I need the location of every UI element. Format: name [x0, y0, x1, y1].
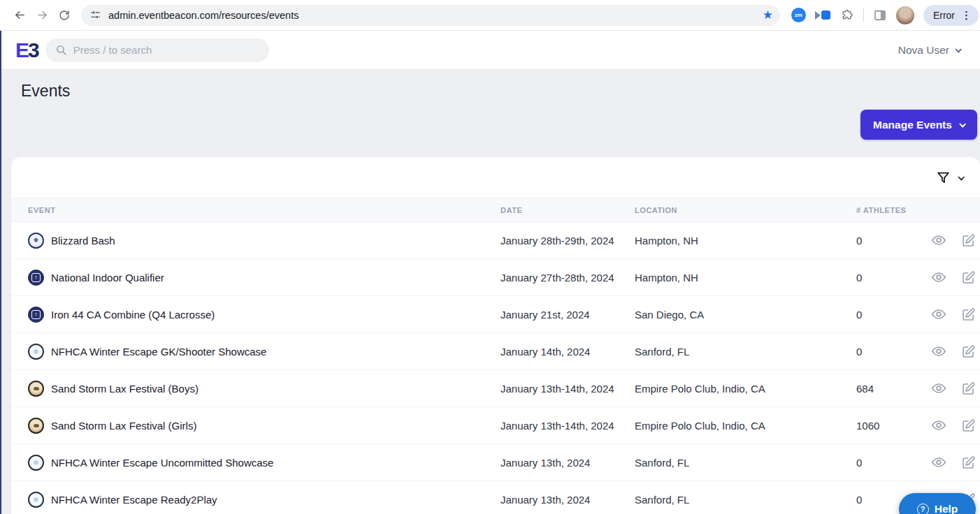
eventbeacon-logo[interactable]: E3	[15, 38, 38, 62]
edit-pencil-icon	[961, 455, 976, 470]
view-event-button[interactable]	[931, 270, 946, 285]
events-page: Events Manage Events EVENT DATE LOCATION…	[0, 70, 980, 514]
event-logo	[28, 381, 44, 397]
event-date: January 13th, 2024	[500, 457, 635, 469]
view-event-button[interactable]	[931, 233, 946, 248]
event-date: January 13th, 2024	[500, 494, 635, 506]
event-location: Empire Polo Club, Indio, CA	[635, 383, 856, 395]
event-date: January 21st, 2024	[500, 309, 635, 321]
arrow-left-icon	[13, 8, 27, 22]
view-event-button[interactable]	[931, 307, 946, 322]
user-menu[interactable]: Nova User	[898, 44, 960, 57]
events-table-body: Blizzard Bash January 28th-29th, 2024 Ha…	[11, 222, 980, 514]
back-button[interactable]	[8, 4, 31, 27]
global-search[interactable]	[45, 38, 269, 62]
chevron-down-icon	[958, 173, 965, 180]
table-row[interactable]: NFHCA Winter Escape Uncommitted Showcase…	[11, 444, 980, 481]
edit-pencil-icon	[961, 233, 976, 248]
reload-button[interactable]	[53, 4, 75, 27]
address-bar[interactable]: admin.eventbeacon.com/resources/events ★	[81, 5, 780, 26]
edit-event-button[interactable]	[960, 233, 976, 248]
event-cell: NFHCA Winter Escape Uncommitted Showcase	[28, 455, 500, 471]
event-date: January 13th-14th, 2024	[500, 383, 635, 395]
edit-pencil-icon	[961, 381, 976, 396]
edit-event-button[interactable]	[960, 455, 976, 470]
side-panel-icon[interactable]	[873, 8, 887, 22]
extensions-puzzle-icon[interactable]	[840, 8, 854, 22]
row-actions	[931, 270, 976, 285]
forward-button[interactable]	[31, 4, 53, 27]
eye-icon	[931, 307, 946, 322]
search-input[interactable]	[73, 44, 259, 56]
eye-icon	[931, 270, 946, 285]
column-header-athletes[interactable]: # ATHLETES	[856, 206, 931, 214]
event-athlete-count: 0	[856, 309, 931, 321]
event-location: Sanford, FL	[635, 457, 856, 469]
table-filter-bar	[11, 157, 980, 198]
edit-event-button[interactable]	[960, 381, 976, 396]
table-row[interactable]: Blizzard Bash January 28th-29th, 2024 Ha…	[11, 222, 980, 259]
event-cell: Blizzard Bash	[28, 233, 500, 249]
row-actions	[931, 233, 976, 248]
event-date: January 28th-29th, 2024	[500, 235, 635, 247]
table-row[interactable]: Iron 44 CA Combine (Q4 Lacrosse) January…	[11, 296, 980, 333]
row-actions	[931, 418, 976, 433]
event-logo	[28, 233, 44, 249]
event-location: Sanford, FL	[635, 346, 856, 358]
browser-menu-kebab-icon[interactable]: ⋮	[961, 9, 972, 22]
event-athlete-count: 0	[856, 272, 931, 284]
arrow-right-icon	[36, 8, 49, 22]
view-event-button[interactable]	[931, 455, 946, 470]
view-event-button[interactable]	[931, 381, 946, 396]
table-row[interactable]: NFHCA Winter Escape Ready2Play January 1…	[11, 481, 980, 514]
help-button[interactable]: ? Help	[899, 493, 976, 514]
event-name: Sand Storm Lax Festival (Boys)	[51, 383, 199, 395]
column-header-location[interactable]: LOCATION	[635, 206, 856, 214]
edit-event-button[interactable]	[960, 270, 976, 285]
url-text[interactable]: admin.eventbeacon.com/resources/events	[108, 10, 763, 21]
row-actions	[931, 381, 976, 396]
edit-event-button[interactable]	[960, 344, 976, 359]
table-row[interactable]: Sand Storm Lax Festival (Boys) January 1…	[11, 370, 980, 407]
event-name: Blizzard Bash	[51, 235, 115, 247]
table-row[interactable]: NFHCA Winter Escape GK/Shooter Showcase …	[11, 333, 980, 370]
app-header: E3 Nova User	[0, 31, 980, 70]
event-logo	[28, 344, 44, 360]
event-date: January 13th-14th, 2024	[500, 420, 635, 432]
screen-recorder-extension-icon[interactable]	[815, 10, 830, 20]
site-settings-icon[interactable]	[89, 9, 101, 21]
event-athlete-count: 684	[856, 383, 931, 395]
edit-pencil-icon	[961, 270, 976, 285]
error-badge-label: Error	[933, 10, 955, 21]
manage-events-button[interactable]: Manage Events	[860, 110, 977, 140]
column-header-date[interactable]: DATE	[500, 206, 635, 214]
toolbar-divider	[863, 8, 864, 22]
view-event-button[interactable]	[931, 418, 946, 433]
event-athlete-count: 0	[856, 346, 931, 358]
table-row[interactable]: National Indoor Qualifier January 27th-2…	[11, 259, 980, 296]
edit-pencil-icon	[961, 344, 976, 359]
event-location: Hampton, NH	[635, 235, 856, 247]
filter-button[interactable]	[936, 170, 963, 185]
edit-event-button[interactable]	[960, 307, 976, 322]
bookmark-star-icon[interactable]: ★	[763, 9, 773, 21]
event-name: National Indoor Qualifier	[51, 272, 164, 284]
event-athlete-count: 1060	[856, 420, 931, 432]
profile-error-badge[interactable]: Error ⋮	[923, 5, 979, 26]
profile-avatar[interactable]	[896, 6, 914, 24]
manage-events-label: Manage Events	[873, 119, 952, 131]
table-row[interactable]: Sand Storm Lax Festival (Girls) January …	[11, 407, 980, 444]
event-name: NFHCA Winter Escape GK/Shooter Showcase	[51, 346, 266, 358]
view-event-button[interactable]	[931, 344, 946, 359]
events-table-card: EVENT DATE LOCATION # ATHLETES Blizzard …	[11, 157, 980, 514]
event-logo	[28, 492, 44, 508]
chevron-down-icon	[955, 46, 962, 53]
edit-event-button[interactable]	[960, 418, 976, 433]
column-header-event[interactable]: EVENT	[28, 206, 500, 214]
event-cell: Sand Storm Lax Festival (Boys)	[28, 381, 500, 397]
zoom-extension-icon[interactable]: zm	[791, 8, 806, 22]
event-date: January 14th, 2024	[500, 346, 635, 358]
table-header-row: EVENT DATE LOCATION # ATHLETES	[11, 198, 980, 222]
user-menu-label: Nova User	[898, 44, 949, 57]
chevron-down-icon	[959, 121, 966, 128]
